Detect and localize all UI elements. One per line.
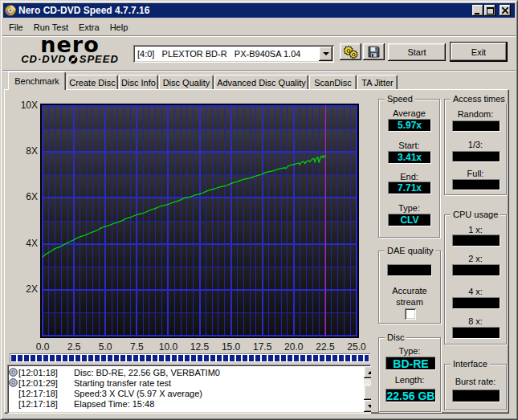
disc-icon [9,368,18,377]
log-scrollbar[interactable] [364,366,371,412]
speed-field-value: CLV [388,214,431,226]
close-button[interactable] [500,5,511,16]
menu-file[interactable]: File [4,21,28,34]
nero-logo: nero CD·DVD SPEED [9,36,131,67]
app-disc-icon [5,5,16,16]
log-listbox[interactable]: [12:01:18] Disc: BD-RE, 22.56 GB, VERBAT… [7,365,371,414]
x-axis-tick-label: 12.5 [186,341,214,353]
log-time: [12:17:18] [18,399,58,409]
app-window: Nero CD-DVD Speed 4.7.7.16 File Run Test… [0,0,518,420]
title-bar[interactable]: Nero CD-DVD Speed 4.7.7.16 [3,3,515,18]
tab-label: ScanDisc [314,78,351,88]
drive-select-dropdown-button[interactable] [319,47,332,61]
disc-length-label: Length: [379,375,440,385]
tab-scandisc[interactable]: ScanDisc [309,75,357,89]
logo-speed: SPEED [80,54,119,65]
y-axis-tick-label: 4X [14,238,38,249]
burst-rate-value [452,389,500,402]
disc-length-value: 22.56 GB [385,389,436,402]
floppy-icon [368,46,380,58]
tab-disc-quality[interactable]: Disc Quality [159,75,214,89]
progress-bar-fill [11,355,369,361]
log-time: [12:01:18] [18,368,58,377]
log-text: Starting transfer rate test [74,378,171,388]
accurate-stream-checkbox[interactable] [405,308,416,320]
access-times-group: Access times Random: 1/3: Full: [444,99,507,195]
x-axis-tick-label: 0.0 [29,341,56,353]
log-text: Disc: BD-RE, 22.56 GB, VERBATIM0 [74,368,220,377]
x-axis-tick-label: 2.5 [60,341,88,353]
start-button[interactable]: Start [388,43,446,61]
tab-label: Disc Quality [163,78,210,88]
drive-select[interactable]: [4:0] PLEXTOR BD-R PX-B940SA 1.04 [133,45,334,63]
tab-label: Create Disc [69,78,115,88]
tab-label: Disc Info [121,78,156,88]
cpu_usage-field-value [452,234,500,247]
save-button[interactable] [363,43,385,60]
x-axis-tick-label: 20.0 [280,341,308,353]
arrow-down-icon [368,405,372,408]
accurate-stream-label: Accurate [379,286,440,296]
tab-label: Benchmark [14,76,59,86]
x-axis-tick-label: 7.5 [123,341,150,353]
minimize-button[interactable] [472,5,483,16]
log-time: [12:17:18] [18,389,58,398]
progress-bar [10,353,370,363]
toolbar-separator [2,70,516,71]
speed-field-label: End: [379,172,439,181]
dae-quality-value [387,264,432,276]
scrollbar-thumb[interactable] [364,385,371,400]
speed-graph [40,104,359,338]
gears-icon [343,45,359,59]
tab-ta-jitter[interactable]: TA Jitter [357,75,398,89]
tab-create-disc[interactable]: Create Disc [67,75,118,89]
speed-field-label: Type: [379,203,439,213]
window-title: Nero CD-DVD Speed 4.7.7.16 [18,5,149,16]
x-axis-tick-label: 22.5 [312,341,339,353]
menu-help[interactable]: Help [105,21,133,34]
y-axis-tick-label: 6X [14,191,38,202]
cpu-usage-group-title: CPU usage [451,210,500,219]
speed-graph-canvas [42,105,357,336]
cpu_usage-field-label: 4 x: [445,287,506,296]
y-axis-tick-label: 8X [14,145,38,157]
logo-disc-icon [68,55,78,64]
speed-curve [43,156,326,257]
options-button[interactable] [340,43,361,60]
tab-advanced-disc-quality[interactable]: Advanced Disc Quality [214,75,308,89]
arrow-up-icon [368,371,372,374]
exit-button[interactable]: Exit [450,42,508,62]
tab-disc-info[interactable]: Disc Info [119,75,158,89]
log-text: Speed:3 X CLV (5.97 X average) [74,389,202,398]
x-axis-tick-label: 17.5 [249,341,276,353]
cpu_usage-field-label: 1 x: [445,225,506,234]
minimize-icon [475,7,481,14]
maximize-icon [487,7,494,14]
speed-field-label: Average [379,108,439,118]
disc-type-value: BD-RE [385,357,436,370]
access_times-field-value [452,179,500,190]
scroll-up-button[interactable] [364,366,371,378]
close-icon [502,7,508,14]
tab-label: Advanced Disc Quality [217,78,306,88]
maximize-button[interactable] [484,5,496,16]
y-axis-tick-label: 10X [14,100,38,111]
exit-button-label: Exit [471,47,486,57]
tab-benchmark[interactable]: Benchmark [8,71,66,90]
accurate-stream-label2: stream [379,297,440,307]
nero-logo-wordmark: nero [9,36,131,54]
speed-group: Speed Average 5.97x Start: 3.41x End: 7.… [378,99,440,238]
interface-group: Interface Burst rate: [444,364,507,410]
speed-group-title: Speed [385,94,415,104]
disc-group-title: Disc [385,332,406,342]
access_times-field-value [452,120,500,132]
cpu_usage-field-value [452,297,500,309]
disc-icon [9,378,18,387]
access-times-group-title: Access times [451,94,508,104]
dae-quality-group-title: DAE quality [385,246,435,255]
log-text: Elapsed Time: 15:48 [74,399,154,409]
cpu-usage-group: CPU usage 1 x: 2 x: 4 x: 8 x: [444,214,507,345]
chevron-down-icon [323,52,329,55]
x-axis-tick-label: 10.0 [154,341,182,353]
scroll-down-button[interactable] [364,400,371,412]
